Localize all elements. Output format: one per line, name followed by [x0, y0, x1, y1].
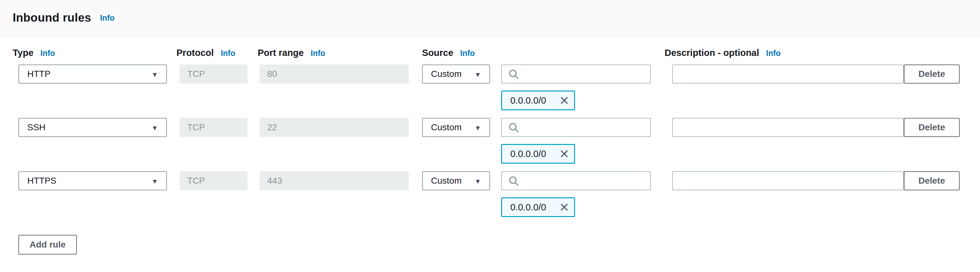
- column-header-source: Source Info: [422, 48, 475, 58]
- inbound-rule-row: SSH ▼ Custom ▼ Delete 0.0.0.0/0: [0, 118, 980, 164]
- dismiss-icon[interactable]: [560, 149, 569, 158]
- column-header-port-range: Port range Info: [258, 48, 325, 58]
- caret-down-icon: ▼: [474, 71, 481, 78]
- source-search: [501, 64, 651, 83]
- cidr-token: 0.0.0.0/0: [501, 144, 575, 164]
- delete-rule-button[interactable]: Delete: [904, 64, 960, 83]
- inbound-rule-row: HTTPS ▼ Custom ▼ Delete 0.0.0.0/0: [0, 171, 980, 217]
- type-select-value: HTTPS: [27, 176, 56, 186]
- source-select-value: Custom: [431, 176, 461, 186]
- protocol-input: [180, 118, 248, 137]
- source-search-input[interactable]: [501, 118, 651, 137]
- source-select-value: Custom: [431, 122, 461, 133]
- cidr-token-label: 0.0.0.0/0: [510, 95, 546, 106]
- type-select[interactable]: SSH ▼: [18, 118, 167, 137]
- port-range-label: Port range: [258, 48, 304, 58]
- cidr-token-label: 0.0.0.0/0: [510, 202, 546, 213]
- description-input[interactable]: [672, 64, 904, 83]
- type-select-value: HTTP: [27, 69, 51, 79]
- caret-down-icon: ▼: [474, 125, 481, 131]
- description-input[interactable]: [672, 171, 904, 190]
- port-range-input: [259, 118, 409, 137]
- cidr-token: 0.0.0.0/0: [501, 197, 575, 217]
- header-info-link[interactable]: Info: [100, 13, 115, 22]
- caret-down-icon: ▼: [151, 125, 158, 131]
- source-search: [501, 118, 651, 137]
- source-label: Source: [422, 48, 453, 58]
- type-select-value: SSH: [27, 122, 46, 133]
- description-label: Description - optional: [665, 48, 759, 58]
- source-info-link[interactable]: Info: [460, 49, 475, 58]
- caret-down-icon: ▼: [474, 178, 481, 185]
- description-input[interactable]: [672, 118, 904, 137]
- column-header-description: Description - optional Info: [665, 48, 781, 58]
- column-header-type: Type Info: [13, 48, 55, 58]
- cidr-token: 0.0.0.0/0: [501, 91, 575, 110]
- caret-down-icon: ▼: [151, 71, 158, 78]
- source-search-input[interactable]: [501, 64, 651, 83]
- port-range-info-link[interactable]: Info: [311, 49, 325, 58]
- protocol-input: [180, 171, 248, 190]
- delete-rule-button[interactable]: Delete: [904, 118, 960, 137]
- type-select[interactable]: HTTPS ▼: [18, 171, 167, 190]
- protocol-label: Protocol: [177, 48, 214, 58]
- type-label: Type: [13, 48, 33, 58]
- type-info-link[interactable]: Info: [41, 49, 55, 58]
- page-title: Inbound rules: [13, 11, 91, 24]
- source-select[interactable]: Custom ▼: [422, 118, 490, 137]
- panel-header: Inbound rules Info: [0, 0, 980, 36]
- cidr-token-label: 0.0.0.0/0: [510, 149, 546, 159]
- source-search: [501, 171, 651, 190]
- add-rule-button[interactable]: Add rule: [18, 235, 77, 254]
- description-info-link[interactable]: Info: [766, 49, 781, 58]
- type-select[interactable]: HTTP ▼: [18, 64, 167, 83]
- inbound-rule-row: HTTP ▼ Custom ▼ Delete 0.0.0.0/0: [0, 64, 980, 110]
- column-header-protocol: Protocol Info: [177, 48, 235, 58]
- dismiss-icon[interactable]: [560, 96, 569, 105]
- port-range-input: [259, 64, 409, 83]
- caret-down-icon: ▼: [151, 178, 158, 185]
- source-search-input[interactable]: [501, 171, 651, 190]
- port-range-input: [259, 171, 409, 190]
- source-select[interactable]: Custom ▼: [422, 171, 490, 190]
- source-select-value: Custom: [431, 69, 461, 79]
- delete-rule-button[interactable]: Delete: [904, 171, 960, 190]
- inbound-rules-panel: Inbound rules Info Type Info Protocol In…: [0, 0, 980, 272]
- protocol-info-link[interactable]: Info: [221, 49, 235, 58]
- dismiss-icon[interactable]: [560, 202, 569, 212]
- protocol-input: [180, 64, 248, 83]
- source-select[interactable]: Custom ▼: [422, 64, 490, 83]
